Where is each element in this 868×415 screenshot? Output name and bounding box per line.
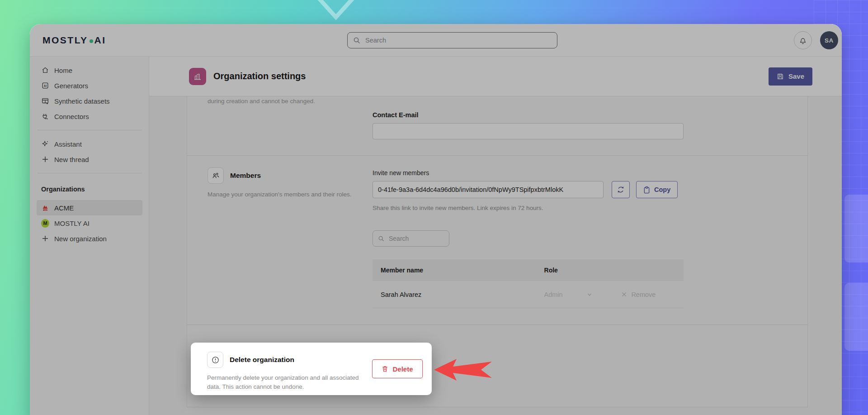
chevron-down-icon — [586, 291, 593, 298]
sidebar-item-label: ACME — [54, 204, 74, 212]
column-header-role: Role — [541, 267, 622, 274]
sidebar-item-label: New organization — [54, 235, 107, 243]
close-icon — [621, 291, 627, 297]
role-value: Admin — [544, 291, 563, 298]
background-chevron-decoration — [311, 0, 361, 21]
page-header: Organization settings Save — [149, 57, 842, 96]
trash-icon — [382, 365, 388, 372]
warning-icon-box — [207, 352, 223, 368]
datasets-icon — [41, 97, 49, 105]
plus-icon — [41, 156, 49, 163]
delete-section-description: Permanently delete your organization and… — [207, 373, 361, 392]
home-icon — [41, 66, 49, 74]
logo-text: MOSTLY — [42, 35, 88, 46]
connectors-icon — [41, 112, 49, 120]
contact-email-field[interactable] — [373, 123, 684, 139]
table-row: Sarah Alvarez Admin — [373, 281, 684, 308]
logo-dot-icon — [90, 39, 93, 43]
sidebar-item-label: Generators — [54, 82, 88, 90]
member-search-input[interactable] — [389, 235, 444, 242]
alert-circle-icon — [211, 356, 220, 364]
members-title: Members — [230, 172, 261, 180]
sidebar-item-home[interactable]: Home — [37, 62, 142, 78]
sidebar-item-label: Assistant — [54, 140, 82, 148]
save-icon — [777, 73, 784, 80]
sidebar-item-connectors[interactable]: Connectors — [37, 109, 142, 124]
generators-icon: AI — [41, 81, 49, 90]
save-button[interactable]: Save — [769, 67, 812, 86]
plus-icon — [41, 235, 49, 242]
background-block-decoration — [844, 283, 868, 351]
svg-text:ACME: ACME — [44, 209, 47, 210]
remove-member-button[interactable]: Remove — [621, 291, 684, 298]
regenerate-link-button[interactable] — [612, 181, 630, 198]
acme-org-icon: ACME — [41, 204, 49, 212]
sidebar-item-label: Home — [54, 67, 72, 74]
sparkle-icon — [41, 140, 49, 148]
avatar-initials: SA — [825, 37, 834, 44]
sidebar-item-new-organization[interactable]: New organization — [37, 231, 142, 246]
user-avatar[interactable]: SA — [820, 31, 838, 49]
organization-icon — [189, 68, 206, 85]
sidebar-divider — [38, 130, 142, 130]
sidebar-item-synthetic-datasets[interactable]: Synthetic datasets — [37, 93, 142, 109]
copy-button-label: Copy — [654, 186, 670, 193]
member-search[interactable] — [373, 230, 449, 247]
copy-link-button[interactable]: Copy — [636, 181, 678, 198]
background-block-decoration — [844, 195, 868, 262]
contact-email-label: Contact E-mail — [373, 111, 684, 119]
sidebar-item-label: Connectors — [54, 113, 89, 120]
delete-button-label: Delete — [392, 365, 413, 373]
members-description: Manage your organization's members and t… — [208, 190, 357, 199]
sidebar-item-label: New thread — [54, 156, 89, 163]
sidebar: Home AI Generators Synthetic datasets Co… — [30, 57, 149, 415]
app-window: MOSTLYAI SA Home — [30, 24, 842, 415]
search-input[interactable] — [365, 37, 552, 44]
members-table-header: Member name Role — [373, 259, 684, 281]
members-section: Members Manage your organization's membe… — [187, 156, 807, 325]
general-section: during creation and cannot be changed. C… — [187, 96, 807, 156]
sidebar-item-generators[interactable]: AI Generators — [37, 78, 142, 93]
role-dropdown[interactable]: Admin — [541, 291, 622, 298]
remove-label: Remove — [631, 291, 656, 298]
mostly-ai-logo[interactable]: MOSTLYAI — [42, 35, 106, 46]
invite-link-input[interactable] — [373, 181, 604, 198]
members-icon-box — [208, 167, 224, 184]
topbar: MOSTLYAI SA — [30, 24, 842, 57]
pointer-arrow-annotation — [433, 358, 493, 382]
save-button-label: Save — [788, 72, 804, 80]
sidebar-item-org-mostly-ai[interactable]: M MOSTLY AI — [37, 215, 142, 231]
general-section-description: during creation and cannot be changed. — [208, 96, 373, 106]
notifications-button[interactable] — [794, 31, 812, 49]
sidebar-item-label: MOSTLY AI — [54, 219, 90, 227]
members-icon — [212, 172, 220, 180]
member-name: Sarah Alvarez — [373, 291, 541, 298]
sidebar-divider — [38, 173, 142, 173]
invite-link-hint: Share this link to invite new members. L… — [373, 205, 684, 211]
invite-link-label: Invite new members — [373, 169, 684, 176]
delete-organization-card: Delete organization Permanently delete y… — [191, 343, 432, 395]
page-title: Organization settings — [213, 71, 306, 81]
sidebar-item-label: Synthetic datasets — [54, 97, 110, 105]
members-table: Member name Role Sarah Alvarez Admin — [373, 259, 684, 308]
organizations-section-label: Organizations — [37, 179, 142, 200]
logo-text: AI — [94, 35, 106, 46]
search-icon — [353, 37, 361, 44]
delete-organization-button[interactable]: Delete — [372, 359, 423, 378]
refresh-icon — [617, 186, 625, 194]
sidebar-item-new-thread[interactable]: New thread — [37, 152, 142, 167]
sidebar-item-org-acme[interactable]: ACME ACME — [37, 200, 142, 215]
global-search[interactable] — [347, 32, 557, 48]
column-header-member-name: Member name — [373, 267, 541, 274]
svg-text:AI: AI — [44, 84, 47, 87]
sidebar-item-assistant[interactable]: Assistant — [37, 136, 142, 152]
mostly-org-icon: M — [41, 219, 49, 228]
clipboard-icon — [643, 186, 650, 194]
bell-icon — [799, 36, 807, 45]
search-icon — [378, 235, 385, 242]
delete-section-title: Delete organization — [230, 356, 294, 364]
